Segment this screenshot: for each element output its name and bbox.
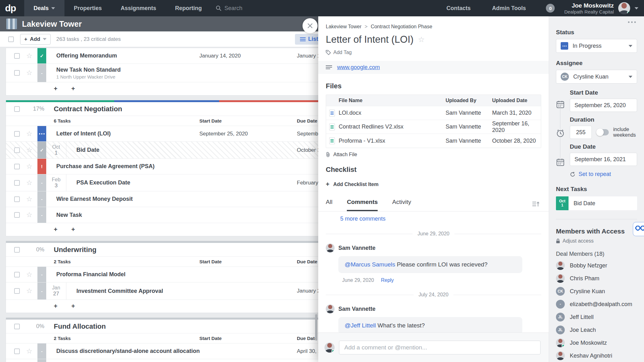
- add-critical-date-button[interactable]: +: [71, 303, 75, 310]
- status-chip[interactable]: [37, 359, 46, 362]
- task-row[interactable]: ☆ Proforma Financial Model: [6, 267, 324, 282]
- user-menu-chevron-icon[interactable]: [635, 7, 638, 9]
- add-task-button[interactable]: +: [54, 85, 58, 92]
- mention-link[interactable]: @Jeff Littell: [345, 322, 376, 329]
- nav-item-reporting[interactable]: Reporting: [166, 0, 211, 16]
- status-chip[interactable]: [37, 142, 46, 158]
- status-chip[interactable]: [37, 282, 46, 299]
- deal-thumbnail[interactable]: [6, 19, 17, 29]
- add-critical-date-button[interactable]: +: [71, 85, 75, 92]
- row-checkbox[interactable]: [14, 147, 20, 153]
- sort-icon[interactable]: [532, 201, 540, 207]
- star-icon[interactable]: ☆: [25, 195, 33, 203]
- row-checkbox[interactable]: [14, 164, 20, 169]
- star-icon[interactable]: ☆: [25, 347, 33, 355]
- file-row[interactable]: LOI.docx Sam Vannette March 31, 2020: [326, 106, 541, 120]
- status-chip[interactable]: [37, 191, 46, 207]
- assignee-dropdown[interactable]: CK Crysline Kuan: [556, 70, 637, 84]
- attach-file-button[interactable]: Attach File: [326, 152, 541, 157]
- dealpath-widget-tab[interactable]: [633, 222, 644, 236]
- status-chip[interactable]: [37, 64, 46, 82]
- mention-link[interactable]: @Marcus Samuels: [345, 261, 395, 268]
- add-task-button[interactable]: +: [54, 226, 58, 233]
- tab-activity[interactable]: Activity: [392, 199, 411, 211]
- file-row[interactable]: Contract Redlines V2.xlsx Sam Vannette S…: [326, 120, 541, 134]
- nav-item-admin-tools[interactable]: Admin Tools: [481, 5, 537, 12]
- nav-item-contacts[interactable]: Contacts: [436, 5, 481, 12]
- nav-item-deals[interactable]: Deals: [24, 0, 64, 16]
- status-chip[interactable]: [37, 207, 46, 223]
- status-chip[interactable]: [37, 48, 46, 63]
- row-checkbox[interactable]: [14, 288, 20, 294]
- add-task-button[interactable]: +: [54, 303, 58, 310]
- status-chip[interactable]: [37, 174, 46, 191]
- star-icon[interactable]: ☆: [25, 179, 33, 187]
- member-row[interactable]: Chris Pham: [556, 274, 637, 283]
- tab-all[interactable]: All: [326, 199, 332, 211]
- star-icon[interactable]: ☆: [25, 146, 33, 154]
- task-row[interactable]: ☆ Purchase and Sale Agreement (PSA): [6, 159, 324, 174]
- scrollbar-thumb[interactable]: [315, 314, 317, 341]
- task-row[interactable]: ☆ Feb 3 PSA Execution Date February 3, 2…: [6, 174, 324, 191]
- task-row[interactable]: ☆ Letter of Intent (LOI) September 25, 2…: [6, 126, 324, 142]
- adjust-access-button[interactable]: Adjust access: [556, 238, 637, 244]
- member-row[interactable]: Keshav Agnihotri: [556, 351, 637, 360]
- task-row[interactable]: ☆ Offering Memorandum January 14, 2020 J…: [6, 48, 324, 64]
- status-chip[interactable]: [37, 267, 46, 282]
- description-link[interactable]: www.google.com: [337, 64, 380, 71]
- section-checkbox[interactable]: [14, 247, 20, 253]
- member-row[interactable]: - elizabeth@dealpath.com: [556, 299, 637, 309]
- select-all-checkbox[interactable]: [8, 36, 14, 42]
- task-row[interactable]: ☆ New Task Non Standard 1 North Upper Wa…: [6, 64, 324, 82]
- task-row[interactable]: ☆ Jan 27 Investment Committee Approval J…: [6, 282, 324, 299]
- set-to-repeat-button[interactable]: Set to repeat: [570, 171, 637, 178]
- member-row[interactable]: CK Crysline Kuan: [556, 287, 637, 296]
- add-checklist-item-button[interactable]: + Add Checklist Item: [326, 181, 541, 188]
- reply-link[interactable]: Reply: [381, 277, 394, 283]
- calendar-icon[interactable]: [556, 100, 565, 109]
- close-modal-button[interactable]: [303, 18, 318, 33]
- breadcrumb-phase[interactable]: Contract Negotiation Phase: [371, 24, 432, 30]
- task-row[interactable]: ☆ PM Expressions of Interest Spin Around…: [6, 359, 324, 362]
- status-chip[interactable]: [37, 343, 46, 359]
- task-row[interactable]: ☆ New Task: [6, 207, 324, 223]
- clock-icon[interactable]: [556, 129, 565, 138]
- file-row[interactable]: Proforma - V1.xlsx Sam Vannette October …: [326, 134, 541, 148]
- calendar-icon[interactable]: [556, 158, 565, 167]
- member-row[interactable]: Bobby Nefzger: [556, 261, 637, 270]
- member-row[interactable]: JL Joe Leach: [556, 325, 637, 335]
- more-options-icon[interactable]: [628, 21, 636, 23]
- status-dropdown[interactable]: In Progress: [556, 39, 637, 53]
- row-checkbox[interactable]: [14, 70, 20, 76]
- row-checkbox[interactable]: [14, 131, 20, 137]
- favorite-star-icon[interactable]: ☆: [418, 35, 425, 44]
- star-icon[interactable]: ☆: [25, 211, 33, 219]
- row-checkbox[interactable]: [14, 272, 20, 277]
- next-task-row[interactable]: Oct1 Bid Date: [556, 196, 637, 210]
- star-icon[interactable]: ☆: [25, 69, 33, 77]
- notification-badge[interactable]: 0: [546, 4, 555, 13]
- start-date-input[interactable]: [570, 99, 637, 112]
- duration-input[interactable]: [570, 126, 592, 139]
- more-comments-link[interactable]: 5 more comments: [340, 216, 549, 222]
- task-row[interactable]: ☆ Wire Earnest Money Deposit: [6, 191, 324, 207]
- star-icon[interactable]: ☆: [25, 162, 33, 171]
- breadcrumb-deal[interactable]: Lakeview Tower: [326, 24, 362, 30]
- section-checkbox[interactable]: [14, 106, 20, 112]
- row-checkbox[interactable]: [14, 180, 20, 186]
- add-button[interactable]: + Add: [20, 34, 51, 45]
- member-row[interactable]: JL Jeff Littell: [556, 312, 637, 322]
- due-date-input[interactable]: [570, 153, 637, 166]
- member-row[interactable]: Joe Moskowitz: [556, 338, 637, 348]
- add-critical-date-button[interactable]: +: [71, 226, 75, 233]
- nav-item-assignments[interactable]: Assignments: [111, 0, 166, 16]
- row-checkbox[interactable]: [14, 348, 20, 354]
- row-checkbox[interactable]: [14, 196, 20, 202]
- comment-input[interactable]: [339, 341, 541, 354]
- row-checkbox[interactable]: [14, 212, 20, 218]
- nav-item-properties[interactable]: Properties: [64, 0, 111, 16]
- global-search[interactable]: Search: [216, 5, 242, 12]
- section-checkbox[interactable]: [14, 324, 20, 329]
- star-icon[interactable]: ☆: [25, 130, 33, 138]
- star-icon[interactable]: ☆: [25, 287, 33, 295]
